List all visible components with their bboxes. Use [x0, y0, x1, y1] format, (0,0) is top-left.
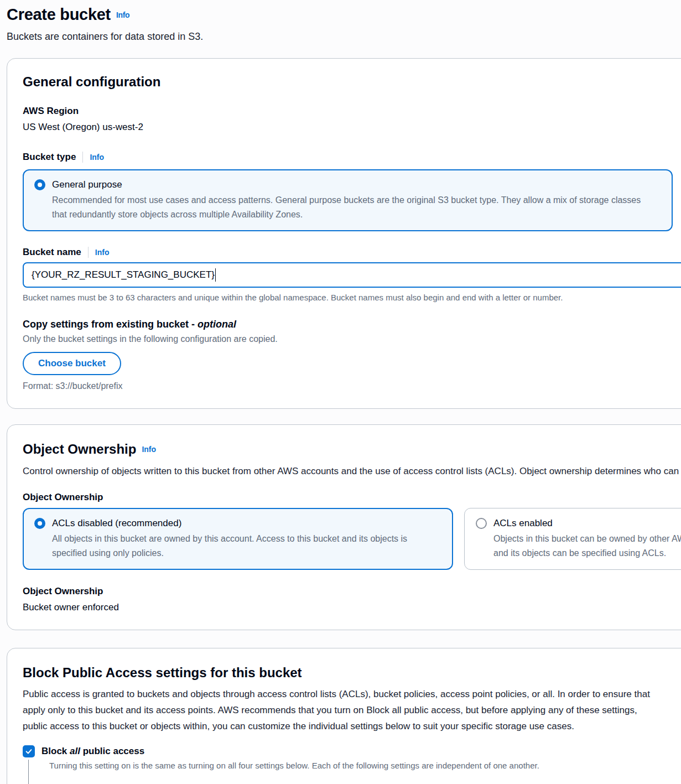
general-configuration-heading: General configuration [23, 73, 681, 91]
block-public-access-heading: Block Public Access settings for this bu… [23, 664, 681, 682]
copy-settings-heading-text: Copy settings from existing bucket - [23, 319, 197, 330]
bucket-type-info-link[interactable]: Info [90, 153, 104, 162]
description-line: apply only to this bucket and its access… [23, 702, 681, 718]
bucket-name-label: Bucket name [23, 246, 81, 258]
radio-selected-icon[interactable] [34, 179, 45, 190]
bucket-type-option-label: General purpose [52, 178, 122, 192]
radio-selected-icon[interactable] [34, 518, 45, 529]
checkmark-icon [25, 747, 33, 755]
description-line: public access to this bucket or objects … [23, 718, 681, 734]
object-ownership-heading: Object OwnershipInfo [23, 440, 681, 458]
block-all-description: Turning this setting on is the same as t… [49, 760, 681, 772]
block-public-access-description: Public access is granted to buckets and … [23, 686, 681, 734]
ownership-option-description: All objects in this bucket are owned by … [34, 532, 410, 560]
copy-settings-description: Only the bucket settings in the followin… [23, 333, 681, 345]
object-ownership-summary-value: Bucket owner enforced [23, 601, 681, 614]
object-ownership-info-link[interactable]: Info [142, 445, 156, 454]
object-ownership-field-label: Object Ownership [23, 491, 681, 503]
bucket-type-option-description: Recommended for most use cases and acces… [34, 193, 648, 222]
page-title-info-link[interactable]: Info [116, 11, 129, 19]
label-divider [82, 152, 83, 163]
object-ownership-summary-label: Object Ownership [23, 585, 681, 598]
bucket-type-label: Bucket type [23, 151, 76, 163]
label-suffix: public access [80, 746, 144, 756]
block-all-public-access-checkbox[interactable] [23, 745, 35, 757]
block-public-access-card: Block Public Access settings for this bu… [7, 648, 681, 784]
page-title-text: Create bucket [7, 6, 111, 23]
object-ownership-description: Control ownership of objects written to … [23, 465, 681, 478]
bucket-name-info-link[interactable]: Info [95, 248, 110, 257]
aws-region-value: US West (Oregon) us-west-2 [23, 121, 681, 134]
page-subtitle: Buckets are containers for data stored i… [7, 31, 681, 43]
ownership-option-acls-disabled[interactable]: ACLs disabled (recommended) All objects … [23, 508, 453, 570]
label-emphasis: all [70, 746, 80, 756]
aws-region-label: AWS Region [23, 105, 681, 117]
general-configuration-card: General configuration AWS Region US West… [7, 58, 681, 409]
ownership-option-description-line: Objects in this bucket can be owned by o… [493, 532, 681, 546]
object-ownership-card: Object OwnershipInfo Control ownership o… [7, 424, 681, 630]
object-ownership-heading-text: Object Ownership [23, 442, 136, 456]
bucket-name-input[interactable]: {YOUR_RZ_RESULT_STAGING_BUCKET} [23, 262, 681, 288]
bucket-name-constraint: Bucket names must be 3 to 63 characters … [23, 292, 681, 303]
bucket-type-option-general-purpose[interactable]: General purpose Recommended for most use… [23, 169, 673, 231]
bucket-name-input-value: {YOUR_RZ_RESULT_STAGING_BUCKET} [32, 269, 215, 281]
ownership-option-label: ACLs disabled (recommended) [52, 516, 181, 531]
block-all-nested-group: Turning this setting on is the same as t… [28, 760, 681, 784]
ownership-option-label: ACLs enabled [493, 516, 553, 531]
block-all-public-access-label: Block all public access [41, 746, 144, 757]
ownership-option-description-line: and its objects can be specified using A… [493, 546, 681, 560]
ownership-option-description: Objects in this bucket can be owned by o… [476, 532, 681, 560]
page-title: Create bucketInfo [7, 6, 681, 24]
copy-settings-optional-text: optional [197, 319, 236, 330]
description-line: Public access is granted to buckets and … [23, 686, 681, 702]
create-bucket-page: Create bucketInfo Buckets are containers… [0, 0, 681, 784]
copy-settings-heading: Copy settings from existing bucket - opt… [23, 318, 681, 331]
radio-unselected-icon[interactable] [476, 518, 487, 529]
ownership-option-acls-enabled[interactable]: ACLs enabled Objects in this bucket can … [464, 508, 681, 570]
text-cursor [215, 268, 216, 282]
choose-bucket-button[interactable]: Choose bucket [23, 352, 121, 375]
label-divider [88, 247, 89, 258]
format-hint: Format: s3://bucket/prefix [23, 381, 681, 392]
label-prefix: Block [41, 746, 70, 756]
